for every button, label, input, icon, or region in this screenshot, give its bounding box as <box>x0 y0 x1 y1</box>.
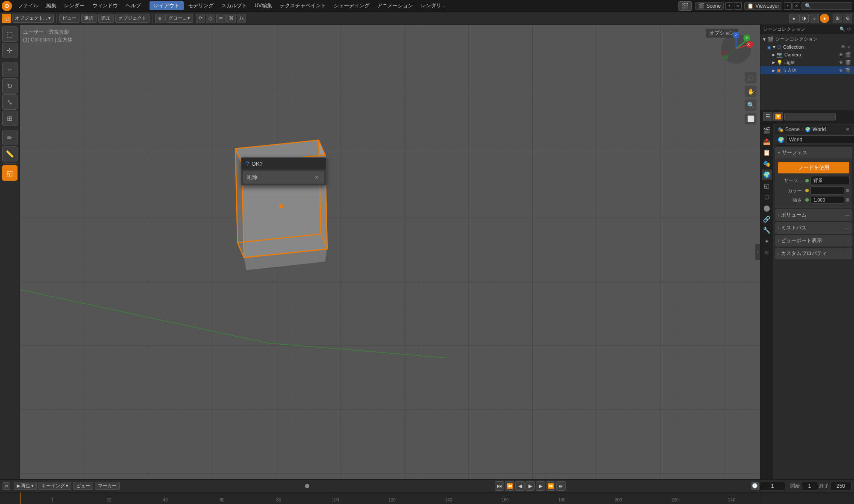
scene-selector[interactable]: 🎬 Scene <box>695 2 724 10</box>
zoom-in-btn[interactable]: 🔍 <box>745 99 757 111</box>
prev-keyframe-btn[interactable]: ⏪ <box>505 481 514 491</box>
section-volume-header[interactable]: › ボリューム — <box>775 210 852 220</box>
section-mist-header[interactable]: › ミストパス — <box>775 223 852 233</box>
pan-btn[interactable]: ✋ <box>745 85 757 97</box>
tool-cursor[interactable]: ✛ <box>2 43 18 58</box>
prop-tab-scene[interactable]: 🎭 <box>762 158 772 169</box>
props-menu-btn[interactable]: ☰ <box>763 112 772 121</box>
prop-tab-constraints[interactable]: 🔗 <box>762 214 772 224</box>
outliner-item-cube[interactable]: ▸ ▣ 立方体 👁 🎬 <box>760 66 854 74</box>
camera-visibility-btn[interactable]: 👁 <box>838 52 844 58</box>
prop-tab-view-layer[interactable]: 📋 <box>762 147 772 158</box>
jump-end-btn[interactable]: ⏭ <box>556 481 566 491</box>
tab-sculpt[interactable]: スカルプト <box>218 1 250 10</box>
tool-measure[interactable]: 📏 <box>2 146 18 161</box>
viewlayer-action-btn[interactable]: + <box>784 2 792 10</box>
outliner-item-camera[interactable]: ▸ 📷 Camera 👁 🎬 <box>760 51 854 59</box>
tab-shading[interactable]: シェーディング <box>330 1 373 10</box>
viewport-shading-1[interactable]: ◑ <box>799 14 809 23</box>
collection-checkbox[interactable]: ▣ <box>767 45 771 50</box>
prop-tab-world[interactable]: 🌍 <box>762 170 772 180</box>
collection-visibility-btn[interactable]: 👁 <box>840 44 846 50</box>
timeline-panel-btn[interactable]: ▱ <box>3 482 10 490</box>
transform-selector[interactable]: グロー... ▾ <box>165 14 193 23</box>
outliner-filter-btn[interactable]: 🔍 <box>839 26 846 32</box>
cube-visibility-btn[interactable]: 👁 <box>838 67 844 73</box>
camera-view-btn[interactable]: 🎥 <box>745 72 757 84</box>
snap-btn[interactable]: ⟳ <box>196 14 205 23</box>
camera-render-btn[interactable]: 🎬 <box>845 52 851 58</box>
scene-action-btn-1[interactable]: + <box>725 2 733 10</box>
light-render-btn[interactable]: 🎬 <box>845 60 851 65</box>
tab-texture-paint[interactable]: テクスチャペイント <box>276 1 329 10</box>
menu-window[interactable]: ウィンドウ <box>89 1 121 10</box>
current-frame-display[interactable]: 1 <box>760 482 785 490</box>
surface-value[interactable]: 背景 <box>810 176 849 185</box>
prop-tab-mesh[interactable]: ⬡ <box>762 192 772 202</box>
menu-help[interactable]: ヘルプ <box>122 1 144 10</box>
perspective-btn[interactable]: ⬜ <box>745 113 757 125</box>
mode-icon[interactable]: ◱ <box>2 14 11 23</box>
outliner-item-light[interactable]: ▸ 💡 Light 👁 🎬 <box>760 59 854 66</box>
tab-modeling[interactable]: モデリング <box>185 1 217 10</box>
object-menu[interactable]: オブジェクト <box>115 14 150 23</box>
transform-snap-toggle[interactable]: ⊕ <box>155 14 164 23</box>
world-name-input[interactable] <box>786 135 854 144</box>
prop-tab-physics[interactable]: ⚛ <box>762 247 772 258</box>
collection-exclude-btn[interactable]: ✓ <box>847 44 851 50</box>
props-filter-btn[interactable]: 🔽 <box>773 112 783 121</box>
properties-search-input[interactable] <box>784 113 836 120</box>
breadcrumb-close-btn[interactable]: ✕ <box>845 126 850 132</box>
section-surface-header[interactable]: ▾ サーフェス — <box>775 147 852 158</box>
strength-key-dot[interactable] <box>846 198 849 202</box>
scrubber-time-area[interactable]: 1 20 40 60 80 100 120 140 160 180 200 22… <box>20 492 760 504</box>
tool-move[interactable]: ↔ <box>2 62 18 77</box>
marker-btn[interactable]: マーカー <box>95 482 120 490</box>
prop-tab-object[interactable]: ◱ <box>762 181 772 191</box>
next-frame-btn[interactable]: ▶ <box>536 481 545 491</box>
viewport-shading-solid[interactable]: ● <box>789 14 798 23</box>
falloff-btn[interactable]: 八 <box>237 14 246 23</box>
tab-uv[interactable]: UV編集 <box>251 1 276 10</box>
tool-annotate[interactable]: ✏ <box>2 130 18 145</box>
tool-add[interactable]: ◱ <box>2 165 18 181</box>
viewport[interactable]: ユーザー・透視投影 (1) Collection | 立方体 オプション X Y… <box>20 25 760 479</box>
scrubber-bar[interactable]: 1 20 40 60 80 100 120 140 160 180 200 22… <box>0 492 854 504</box>
tab-animation[interactable]: アニメーション <box>374 1 417 10</box>
strength-value[interactable]: 1.000 <box>810 196 844 204</box>
play-pause-btn[interactable]: ▶ <box>525 481 535 491</box>
outliner-item-collection[interactable]: ▣ ▾ ⬡ Collection 👁 ✓ <box>760 43 854 51</box>
select-menu[interactable]: 選択 <box>81 14 97 23</box>
section-custom-properties-header[interactable]: › カスタムプロパティ — <box>775 248 852 259</box>
tool-select-box[interactable]: ⬚ <box>2 26 18 42</box>
scene-close-btn[interactable]: ✕ <box>734 2 742 10</box>
timeline-view-btn[interactable]: ビュー <box>73 482 93 490</box>
viewport-shading-2[interactable]: ○ <box>810 14 819 23</box>
prev-frame-btn[interactable]: ◀ <box>515 481 525 491</box>
section-viewport-display-header[interactable]: › ビューポート表示 — <box>775 235 852 246</box>
outliner-item-scene-collection[interactable]: ▾ 🎬 シーンコレクション <box>760 35 854 43</box>
menu-render[interactable]: レンダー <box>61 1 88 10</box>
play-btn[interactable]: ▶ 再生 ▾ <box>14 482 37 490</box>
prop-tab-material[interactable]: ⬤ <box>762 203 772 213</box>
view-layer-selector[interactable]: 📋 ViewLayer <box>744 2 782 10</box>
tool-scale[interactable]: ⤡ <box>2 94 18 110</box>
tool-transform[interactable]: ⊞ <box>2 111 18 126</box>
color-swatch[interactable] <box>810 186 844 195</box>
object-mode-selector[interactable]: オブジェクト... ▾ <box>12 14 54 23</box>
tab-rendering[interactable]: レンダリ... <box>417 1 449 10</box>
overlay-btn[interactable]: ⊞ <box>833 14 842 23</box>
nav-gizmo[interactable]: X Y Z <box>719 32 753 66</box>
tab-layout[interactable]: レイアウト <box>150 1 184 10</box>
prop-tab-render[interactable]: 🎬 <box>762 125 772 135</box>
prop-tab-modifiers[interactable]: 🔧 <box>762 225 772 235</box>
viewlayer-close-btn[interactable]: ✕ <box>792 2 800 10</box>
color-key-dot[interactable] <box>846 189 849 192</box>
global-search-input[interactable] <box>801 2 852 10</box>
frame-btn[interactable]: 🕐 <box>751 482 759 490</box>
cube-render-btn[interactable]: 🎬 <box>845 67 851 73</box>
start-frame[interactable]: 1 <box>801 482 818 490</box>
menu-edit[interactable]: 編集 <box>43 1 60 10</box>
annotation-btn[interactable]: ✏ <box>216 14 226 23</box>
menu-file[interactable]: ファイル <box>15 1 42 10</box>
